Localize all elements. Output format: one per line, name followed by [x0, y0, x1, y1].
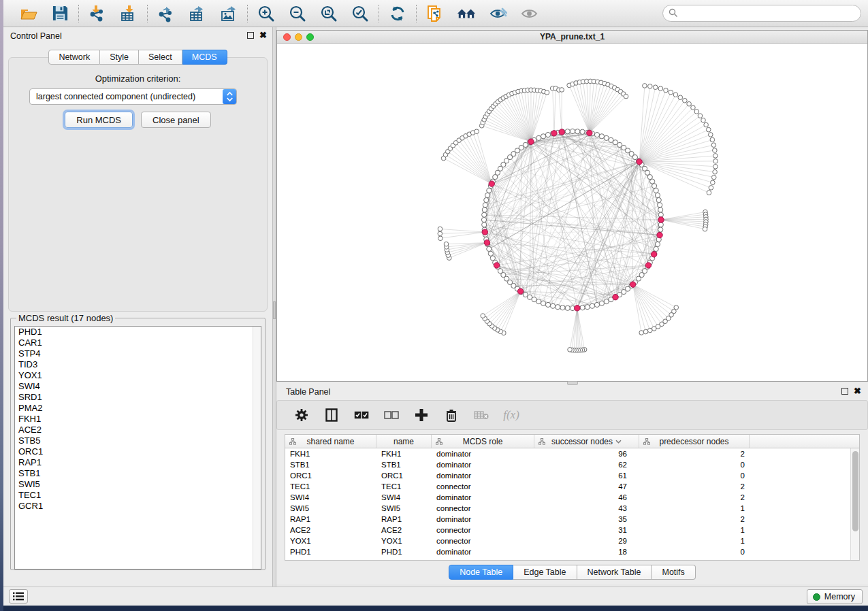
select-all-columns-button[interactable] — [353, 407, 370, 423]
cell-mcds_role: connector — [432, 503, 534, 514]
export-table-button[interactable] — [188, 4, 207, 23]
mcds-result-item[interactable]: GCR1 — [15, 501, 261, 512]
hide-selected-button[interactable] — [488, 4, 507, 23]
cell-successor_nodes: 61 — [534, 470, 639, 481]
mcds-result-item[interactable]: TEC1 — [15, 490, 261, 501]
export-image-button[interactable] — [219, 4, 238, 23]
create-column-button[interactable] — [413, 407, 430, 423]
table-row[interactable]: ACE2ACE2connector311 — [285, 525, 859, 535]
mcds-result-item[interactable]: FKH1 — [15, 414, 261, 425]
import-network-button[interactable] — [88, 4, 107, 23]
close-panel-button[interactable]: Close panel — [141, 112, 211, 128]
network-canvas[interactable] — [277, 44, 868, 381]
tab-node-table[interactable]: Node Table — [449, 565, 513, 580]
table-row[interactable]: TEC1TEC1connector472 — [285, 481, 859, 492]
show-all-button[interactable] — [519, 4, 539, 23]
search-icon — [669, 8, 678, 18]
column-header-name[interactable]: name — [376, 435, 432, 448]
tab-edge-table[interactable]: Edge Table — [513, 565, 577, 580]
float-panel-icon[interactable] — [841, 388, 848, 395]
zoom-fit-button[interactable] — [319, 4, 338, 23]
mcds-result-item[interactable]: ACE2 — [15, 425, 261, 435]
network-view-titlebar[interactable]: YPA_prune.txt_1 — [277, 31, 867, 44]
tab-network-table[interactable]: Network Table — [577, 565, 652, 580]
cell-shared_name: SWI4 — [285, 492, 376, 503]
mcds-result-item[interactable]: CAR1 — [15, 337, 261, 348]
table-row[interactable]: YOX1YOX1connector291 — [285, 535, 859, 546]
cell-successor_nodes: 47 — [534, 481, 639, 492]
cell-filler — [750, 481, 859, 492]
mcds-result-item[interactable]: PHD1 — [15, 327, 261, 337]
mcds-result-list[interactable]: PHD1CAR1STP4TID3YOX1SWI4SRD1PMA2FKH1ACE2… — [14, 326, 261, 569]
mcds-result-item[interactable]: ORC1 — [15, 446, 261, 457]
memory-button[interactable]: Memory — [807, 589, 863, 604]
cell-name: PHD1 — [376, 546, 432, 557]
import-table-icon — [120, 5, 138, 22]
column-header-MCDS-role[interactable]: MCDS role — [432, 435, 534, 448]
table-row[interactable]: FKH1FKH1dominator962 — [285, 448, 859, 459]
cell-predecessor_nodes: 2 — [639, 481, 750, 492]
column-header-shared-name[interactable]: shared name — [285, 435, 376, 448]
mcds-result-item[interactable]: TID3 — [15, 359, 261, 370]
zoom-selected-button[interactable] — [351, 4, 370, 23]
control-panel: Control Panel ✖ NetworkStyleSelectMCDS O… — [3, 27, 272, 587]
zoom-in-button[interactable] — [257, 4, 276, 23]
mcds-result-item[interactable]: SWI4 — [15, 381, 261, 392]
optimization-criterion-dropdown[interactable]: largest connected component (undirected) — [29, 88, 237, 105]
mcds-result-item[interactable]: STB5 — [15, 435, 261, 446]
mcds-result-item[interactable]: YOX1 — [15, 370, 261, 381]
zoom-out-button[interactable] — [288, 4, 307, 23]
column-header-predecessor-nodes[interactable]: predecessor nodes — [639, 435, 750, 448]
unselect-all-columns-button[interactable] — [383, 407, 400, 423]
tab-mcds[interactable]: MCDS — [182, 50, 227, 65]
mcds-result-item[interactable]: PMA2 — [15, 403, 261, 414]
table-row[interactable]: SWI5SWI5connector431 — [285, 503, 859, 514]
refresh-button[interactable] — [388, 4, 407, 23]
close-panel-icon[interactable]: ✖ — [854, 388, 861, 395]
import-table-button[interactable] — [119, 4, 138, 23]
cell-successor_nodes: 18 — [534, 546, 639, 557]
mcds-result-item[interactable]: STB1 — [15, 468, 261, 479]
table-row[interactable]: SWI4SWI4dominator462 — [285, 492, 859, 503]
tab-network[interactable]: Network — [48, 50, 100, 65]
table-settings-button[interactable] — [293, 407, 310, 423]
export-network-button[interactable] — [157, 4, 176, 23]
mcds-result-legend: MCDS result (17 nodes) — [16, 313, 115, 323]
toggle-panes-button[interactable] — [323, 407, 340, 423]
table-row[interactable]: PHD1PHD1dominator180 — [285, 546, 859, 557]
cell-shared_name: SWI5 — [285, 503, 376, 514]
tab-style[interactable]: Style — [100, 50, 139, 65]
cell-name: FKH1 — [376, 448, 432, 459]
list-icon — [13, 592, 24, 601]
dropdown-stepper-icon — [223, 89, 236, 104]
table-row[interactable]: ORC1ORC1dominator610 — [285, 470, 859, 481]
save-session-button[interactable] — [50, 4, 69, 23]
show-panels-button[interactable] — [9, 589, 28, 604]
table-row[interactable]: RAP1RAP1dominator352 — [285, 514, 859, 525]
mcds-result-item[interactable]: STP4 — [15, 348, 261, 359]
table-row[interactable]: STB1STB1dominator620 — [285, 459, 859, 470]
table-scrollbar[interactable] — [850, 448, 859, 561]
mcds-list-scrollbar[interactable] — [253, 327, 261, 569]
float-panel-icon[interactable] — [247, 32, 254, 39]
close-panel-icon[interactable]: ✖ — [259, 32, 267, 39]
table-scrollbar-thumb[interactable] — [852, 451, 858, 531]
tab-select[interactable]: Select — [139, 50, 182, 65]
run-mcds-button[interactable]: Run MCDS — [65, 112, 133, 128]
open-file-button[interactable] — [19, 4, 38, 23]
mcds-result-item[interactable]: SRD1 — [15, 392, 261, 403]
duplicate-network-button[interactable] — [425, 4, 445, 23]
mcds-result-item[interactable]: RAP1 — [15, 457, 261, 468]
mcds-result-item[interactable]: SWI5 — [15, 479, 261, 490]
window-close-icon[interactable] — [283, 33, 291, 41]
column-header-successor-nodes[interactable]: successor nodes — [534, 435, 639, 448]
table-panel-header: Table Panel ✖ — [276, 382, 868, 400]
window-minimize-icon[interactable] — [295, 33, 302, 41]
splitter-handle[interactable] — [273, 301, 276, 319]
import-network-icon — [89, 5, 106, 22]
search-input[interactable] — [662, 5, 861, 22]
window-zoom-icon[interactable] — [306, 33, 314, 41]
delete-column-button[interactable] — [443, 407, 460, 423]
first-neighbors-button[interactable] — [457, 4, 476, 23]
tab-motifs[interactable]: Motifs — [652, 565, 695, 580]
